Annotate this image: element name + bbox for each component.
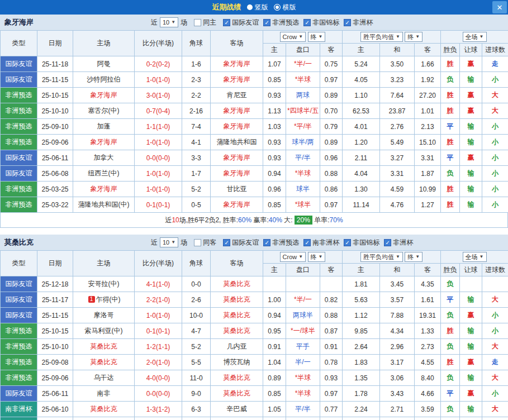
away-team[interactable]: 几内亚 (211, 339, 263, 355)
home-team[interactable]: 南非 (73, 386, 135, 402)
away-team[interactable]: 肯尼亚 (211, 88, 263, 103)
section-header-mozambique: 莫桑比克 近 10▼ 场 同客 ✓国际友谊✓非洲预选✓南非洲杯✓非国锦标✓非洲杯 (0, 235, 508, 250)
away-team[interactable]: 莫桑比克 (211, 323, 263, 339)
home-team[interactable]: 加拿大 (73, 150, 135, 166)
checkbox-checked-icon[interactable]: ✓ (263, 19, 270, 26)
odds-away: 0.97 (320, 386, 343, 402)
avg-home: 11.14 (343, 197, 380, 213)
layout-option-horizontal[interactable]: 横版 (274, 3, 296, 12)
result-handicap: 赢 (460, 308, 482, 323)
away-team[interactable]: 象牙海岸 (211, 103, 263, 119)
result-goals: 小 (482, 119, 508, 135)
home-team[interactable]: 加蓬 (73, 119, 135, 135)
home-team[interactable]: 纽西兰(中) (73, 166, 135, 182)
checkbox-checked-icon[interactable]: ✓ (344, 239, 351, 246)
away-team[interactable]: 莫桑比克 (211, 370, 263, 386)
home-team[interactable]: 莫桑比克(中) (73, 417, 135, 420)
away-team[interactable]: 博茨瓦纳 (211, 355, 263, 370)
radio-selected-icon[interactable] (274, 4, 281, 11)
checkbox-unchecked-icon[interactable] (194, 239, 201, 246)
checkbox-checked-icon[interactable]: ✓ (223, 239, 230, 246)
away-team[interactable]: 象牙海岸 (211, 197, 263, 213)
bookmaker-select[interactable]: Crow▼ (280, 32, 306, 42)
home-team[interactable]: 阿曼 (73, 56, 135, 72)
wdl-average-select[interactable]: 胜平负均值▼ (360, 32, 403, 42)
score: 1-0(1-0) (135, 308, 182, 323)
final-odds-select[interactable]: 终▼ (308, 252, 326, 262)
league-filter[interactable]: ✓非国锦标 (303, 18, 339, 27)
radio-unselected-icon[interactable] (247, 4, 253, 10)
score: 0-1(0-1) (135, 197, 182, 213)
league-filter[interactable]: ✓非洲杯 (384, 238, 413, 247)
home-team[interactable]: 塞舌尔(中) (73, 103, 135, 119)
match-date: 25-10-15 (37, 323, 73, 339)
checkbox-unchecked-icon[interactable] (194, 19, 201, 26)
away-team[interactable]: 莫桑比克 (211, 308, 263, 323)
match-count-select[interactable]: 10▼ (160, 17, 178, 27)
league-filter[interactable]: ✓国际友谊 (223, 238, 259, 247)
match-date: 25-06-11 (37, 386, 73, 402)
match-row: 非洲预选 25-09-06 乌干达 4-0(0-0) 11-0 莫桑比克 0.8… (1, 370, 508, 386)
league-filter[interactable]: ✓非洲预选 (263, 18, 299, 27)
fullmatch-select[interactable]: 全场▼ (463, 32, 487, 42)
away-team[interactable]: 象牙海岸 (211, 150, 263, 166)
home-team[interactable]: 安哥拉(中) (73, 276, 135, 292)
home-team[interactable]: 沙特阿拉伯 (73, 72, 135, 88)
checkbox-checked-icon[interactable]: ✓ (344, 19, 351, 26)
away-team[interactable]: 象牙海岸 (211, 119, 263, 135)
home-team[interactable]: 1乍得(中) (73, 292, 135, 308)
away-team[interactable]: 象牙海岸 (211, 56, 263, 72)
bookmaker-select[interactable]: Crow▼ (280, 252, 306, 262)
league-filter[interactable]: ✓非洲杯 (344, 18, 373, 27)
avg-away: 27.20 (415, 88, 441, 103)
home-team[interactable]: 莫桑比克 (73, 339, 135, 355)
home-team[interactable]: 象牙海岸 (73, 182, 135, 197)
result-goals: 小 (482, 323, 508, 339)
fullmatch-select[interactable]: 全场▼ (463, 252, 487, 262)
checkbox-checked-icon[interactable]: ✓ (303, 239, 311, 246)
avg-home: 4.05 (343, 72, 380, 88)
home-team[interactable]: 象牙海岸 (73, 88, 135, 103)
checkbox-checked-icon[interactable]: ✓ (223, 19, 230, 26)
avg-draw: 2.76 (380, 119, 415, 135)
final-odds-select[interactable]: 终▼ (308, 32, 326, 42)
away-team[interactable]: 辛巴威 (211, 402, 263, 417)
away-team[interactable]: 甘比亚 (211, 182, 263, 197)
home-team[interactable]: 乌干达 (73, 370, 135, 386)
away-team[interactable]: 莫桑比克 (211, 386, 263, 402)
same-venue-filter[interactable]: 同主 (194, 18, 216, 27)
league-filter[interactable]: ✓非国锦标 (344, 238, 379, 247)
home-team[interactable]: 象牙海岸 (73, 135, 135, 150)
checkbox-checked-icon[interactable]: ✓ (263, 239, 270, 246)
away-team[interactable]: 莫桑比克 (211, 292, 263, 308)
away-team[interactable]: 毛里求斯1 (211, 417, 263, 420)
col-away: 客场 (211, 31, 263, 56)
home-team[interactable]: 摩洛哥 (73, 308, 135, 323)
close-button[interactable]: ✕ (492, 1, 507, 13)
home-team[interactable]: 蒲隆地共和国(中) (73, 197, 135, 213)
league-filter[interactable]: ✓非洲预选 (263, 238, 299, 247)
home-team[interactable]: 莫桑比克 (73, 402, 135, 417)
handicap: 平手 (286, 339, 320, 355)
away-team[interactable]: 象牙海岸 (211, 166, 263, 182)
home-team[interactable]: 莫桑比克 (73, 355, 135, 370)
league-filter[interactable]: ✓南非洲杯 (303, 238, 339, 247)
away-team[interactable]: 象牙海岸 (211, 72, 263, 88)
away-team[interactable]: 莫桑比克 (211, 276, 263, 292)
checkbox-checked-icon[interactable]: ✓ (384, 239, 391, 246)
checkbox-checked-icon[interactable]: ✓ (303, 19, 311, 26)
odds-away: 0.87 (320, 323, 343, 339)
avg-draw: 4.34 (380, 323, 415, 339)
wdl-controls: 胜平负均值▼ 终▼ (343, 251, 441, 264)
wdl-average-select[interactable]: 胜平负均值▼ (360, 252, 403, 262)
final-odds-select[interactable]: 终▼ (405, 252, 422, 262)
match-count-select[interactable]: 10▼ (160, 237, 178, 247)
result-goals: 大 (482, 402, 508, 417)
layout-option-vertical[interactable]: 竖版 (247, 3, 268, 12)
final-odds-select[interactable]: 终▼ (405, 32, 422, 42)
league-filter[interactable]: ✓国际友谊 (223, 18, 259, 27)
chevron-down-icon: ▼ (171, 238, 175, 246)
home-team[interactable]: 索马利亚(中) (73, 323, 135, 339)
same-venue-filter[interactable]: 同客 (194, 238, 216, 247)
away-team[interactable]: 蒲隆地共和国 (211, 135, 263, 150)
